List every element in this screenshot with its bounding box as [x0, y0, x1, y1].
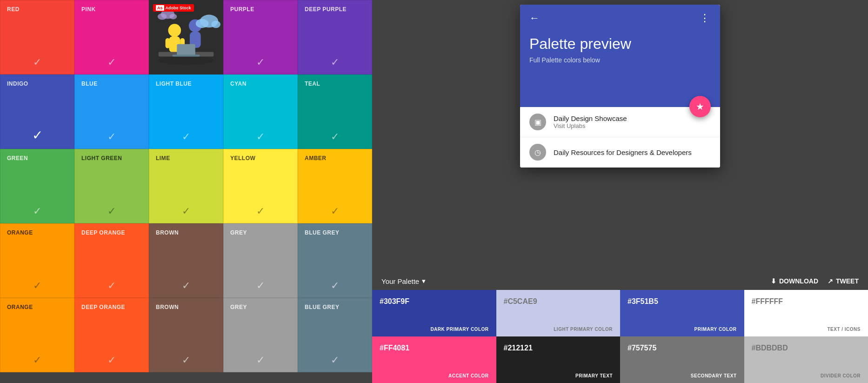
palette-color-cell[interactable]: #757575 SECONDARY TEXT — [620, 336, 744, 383]
back-arrow-icon[interactable]: ← — [529, 12, 540, 24]
color-cell-grey[interactable]: GREY ✓ — [223, 223, 298, 298]
palette-label: DARK PRIMARY COLOR — [380, 327, 489, 332]
palette-hex: #303F9F — [380, 297, 489, 306]
list-item-sub: Visit Uplabs — [554, 122, 627, 129]
download-icon: ⬇ — [771, 277, 776, 285]
preview-subtitle: Full Palette colors below — [529, 56, 711, 64]
nav-row: ← ⋮ — [529, 12, 711, 24]
list-item-icon: ◷ — [529, 144, 546, 161]
palette-color-cell[interactable]: #3F51B5 PRIMARY COLOR — [620, 290, 744, 336]
list-item[interactable]: ◷ Daily Resources for Designers & Develo… — [520, 137, 720, 168]
color-cell-teal[interactable]: TEAL ✓ — [298, 74, 372, 149]
more-options-icon[interactable]: ⋮ — [700, 12, 711, 24]
palette-hex: #FF4081 — [380, 344, 489, 352]
fab-button[interactable]: ★ — [689, 96, 711, 117]
color-cell-light-blue[interactable]: LIGHT BLUE ✓ — [149, 74, 223, 149]
download-label: DOWNLOAD — [779, 277, 818, 285]
palette-color-cell[interactable]: #BDBDBD DIVIDER COLOR — [744, 336, 868, 383]
list-item-icon: ▣ — [529, 114, 546, 130]
your-palette-title[interactable]: Your Palette ▾ — [381, 277, 426, 285]
palette-hex: #BDBDBD — [752, 344, 861, 352]
color-cell-blue-grey2[interactable]: BLUE GREY ✓ — [298, 298, 372, 372]
main-wrapper: RED ✓ PINK ✓ As Adobe Stock — [0, 0, 868, 383]
palette-label: DIVIDER COLOR — [752, 373, 861, 378]
color-cell-cyan[interactable]: CYAN ✓ — [223, 74, 298, 149]
svg-point-2 — [168, 24, 181, 37]
svg-point-13 — [169, 14, 177, 20]
palette-hex: #212121 — [504, 344, 613, 352]
right-side: ← ⋮ Palette preview Full Palette colors … — [372, 0, 868, 383]
phone-mockup: ← ⋮ Palette preview Full Palette colors … — [520, 5, 720, 168]
palette-color-cell[interactable]: #FFFFFF TEXT / ICONS — [744, 290, 868, 336]
color-cell-lime[interactable]: LIME ✓ — [149, 149, 223, 223]
color-cell-yellow[interactable]: YELLOW ✓ — [223, 149, 298, 223]
color-cell-brown2[interactable]: BROWN ✓ — [149, 298, 223, 372]
list-item-text: Daily Design Showcase Visit Uplabs — [554, 114, 627, 129]
svg-rect-15 — [177, 44, 195, 56]
svg-rect-4 — [166, 38, 170, 48]
palette-colors: #303F9F DARK PRIMARY COLOR #C5CAE9 LIGHT… — [372, 290, 868, 383]
palette-hex: #757575 — [628, 344, 737, 352]
phone-body: ▣ Daily Design Showcase Visit Uplabs ◷ D… — [520, 107, 720, 168]
svg-point-1 — [159, 56, 214, 65]
color-cell-adobe[interactable]: As Adobe Stock — [149, 0, 223, 74]
color-cell-amber[interactable]: AMBER ✓ — [298, 149, 372, 223]
bottom-bar: Your Palette ▾ ⬇ DOWNLOAD ↗ TWEET #30 — [372, 272, 868, 383]
tweet-button[interactable]: ↗ TWEET — [828, 277, 859, 285]
palette-color-cell[interactable]: #303F9F DARK PRIMARY COLOR — [372, 290, 496, 336]
download-button[interactable]: ⬇ DOWNLOAD — [771, 277, 818, 285]
palette-actions: ⬇ DOWNLOAD ↗ TWEET — [771, 277, 859, 285]
palette-label: PRIMARY COLOR — [628, 327, 737, 332]
color-cell-grey2[interactable]: GREY ✓ — [223, 298, 298, 372]
phone-header: ← ⋮ Palette preview Full Palette colors … — [520, 5, 720, 107]
list-item[interactable]: ▣ Daily Design Showcase Visit Uplabs — [520, 107, 720, 137]
tweet-label: TWEET — [836, 277, 859, 285]
color-cell-red[interactable]: RED ✓ — [0, 0, 74, 74]
color-cell-light-green[interactable]: LIGHT GREEN ✓ — [74, 149, 149, 223]
palette-label: SECONDARY TEXT — [628, 373, 737, 378]
color-cell-orange[interactable]: ORANGE ✓ — [0, 223, 74, 298]
palette-hex: #C5CAE9 — [504, 297, 613, 306]
palette-header: Your Palette ▾ ⬇ DOWNLOAD ↗ TWEET — [372, 272, 868, 290]
list-item-main: Daily Resources for Designers & Develope… — [554, 148, 692, 156]
color-cell-pink[interactable]: PINK ✓ — [74, 0, 149, 74]
svg-point-12 — [158, 13, 167, 20]
palette-color-cell[interactable]: #C5CAE9 LIGHT PRIMARY COLOR — [496, 290, 621, 336]
palette-hex: #3F51B5 — [628, 297, 737, 306]
list-item-text: Daily Resources for Designers & Develope… — [554, 148, 692, 156]
palette-title-text: Your Palette — [381, 277, 419, 285]
list-item-main: Daily Design Showcase — [554, 114, 627, 122]
chevron-down-icon: ▾ — [422, 277, 426, 285]
palette-label: ACCENT COLOR — [380, 373, 489, 378]
palette-label: PRIMARY TEXT — [504, 373, 613, 378]
palette-label: LIGHT PRIMARY COLOR — [504, 327, 613, 332]
color-cell-purple[interactable]: PURPLE ✓ — [223, 0, 298, 74]
color-cell-indigo[interactable]: INDIGO ✓ — [0, 74, 74, 149]
color-cell-green[interactable]: GREEN ✓ — [0, 149, 74, 223]
color-cell-orange2[interactable]: ORANGE ✓ — [0, 298, 74, 372]
color-cell-brown[interactable]: BROWN ✓ — [149, 223, 223, 298]
palette-color-cell[interactable]: #212121 PRIMARY TEXT — [496, 336, 621, 383]
palette-color-cell[interactable]: #FF4081 ACCENT COLOR — [372, 336, 496, 383]
svg-point-9 — [196, 19, 209, 28]
color-cell-deep-orange2[interactable]: DEEP ORANGE ✓ — [74, 298, 149, 372]
tweet-icon: ↗ — [828, 277, 833, 285]
svg-rect-16 — [172, 55, 200, 57]
preview-title: Palette preview — [529, 35, 711, 53]
color-cell-deep-purple[interactable]: DEEP PURPLE ✓ — [298, 0, 372, 74]
palette-preview-area: ← ⋮ Palette preview Full Palette colors … — [372, 0, 868, 272]
svg-point-10 — [211, 20, 220, 28]
palette-label: TEXT / ICONS — [752, 327, 861, 332]
color-cell-blue-grey[interactable]: BLUE GREY ✓ — [298, 223, 372, 298]
color-cell-blue[interactable]: BLUE ✓ — [74, 74, 149, 149]
color-cell-deep-orange[interactable]: DEEP ORANGE ✓ — [74, 223, 149, 298]
color-grid: RED ✓ PINK ✓ As Adobe Stock — [0, 0, 372, 372]
palette-hex: #FFFFFF — [752, 297, 861, 306]
color-grid-container: RED ✓ PINK ✓ As Adobe Stock — [0, 0, 372, 383]
